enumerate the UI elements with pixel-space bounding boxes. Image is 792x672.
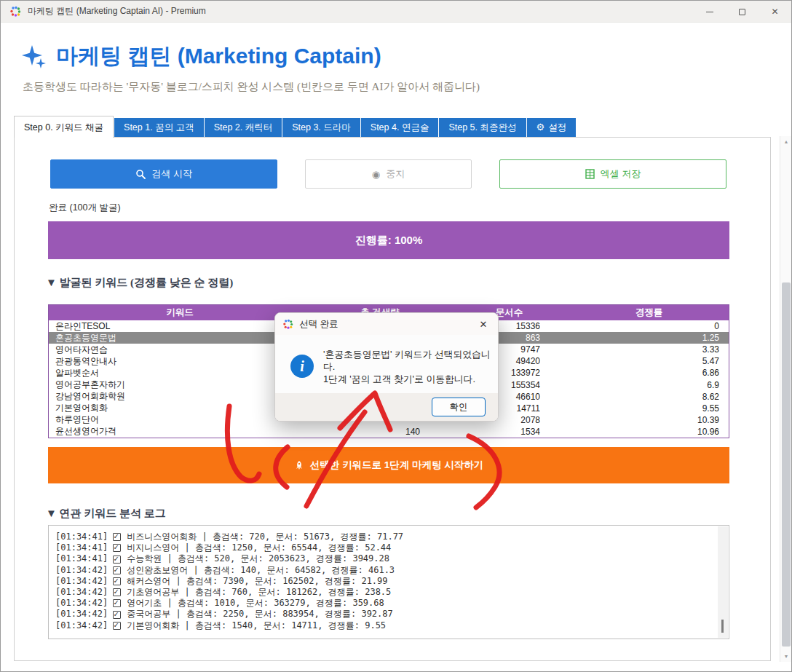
log-timestamp: [01:34:41] xyxy=(55,553,108,564)
log-timestamp: [01:34:42] xyxy=(55,565,108,576)
rocket-icon xyxy=(294,460,304,470)
column-header-ratio[interactable]: 경쟁률 xyxy=(569,307,729,319)
close-icon: ✕ xyxy=(771,7,778,16)
cell-ratio: 8.62 xyxy=(569,392,729,402)
cell-ratio: 9.55 xyxy=(569,403,729,414)
log-text: 비즈니스영어회화 | 총검색: 720, 문서: 51673, 경쟁률: 71.… xyxy=(127,531,403,542)
tab-label: 설정 xyxy=(548,118,566,137)
tab-label: Step 0. 키워드 채굴 xyxy=(24,116,103,138)
toolbar: 검색 시작 ◉ 중지 엑셀 저장 xyxy=(50,159,726,189)
log-box: [01:34:41]비즈니스영어회화 | 총검색: 720, 문서: 51673… xyxy=(48,525,729,639)
cell-ratio: 3.33 xyxy=(569,344,729,355)
checkbox-icon xyxy=(113,588,121,596)
app-icon xyxy=(9,6,21,17)
ok-button[interactable]: 확인 xyxy=(432,398,486,416)
checkbox-icon xyxy=(113,611,121,619)
stop-button[interactable]: ◉ 중지 xyxy=(305,159,471,189)
tab-step-4[interactable]: Step 4. 연금술 xyxy=(361,118,439,137)
selection-complete-dialog: 선택 완료 ✕ i '혼공초등영문법' 키워드가 선택되었습니다. 1단계 '꿈… xyxy=(274,312,499,422)
maximize-button[interactable] xyxy=(726,1,759,23)
tab-step-1[interactable]: Step 1. 꿈의 고객 xyxy=(114,118,204,137)
log-line: [01:34:42]성인왕초보영어 | 총검색: 140, 문서: 64582,… xyxy=(55,565,711,576)
log-text: 수능학원 | 총검색: 520, 문서: 2053623, 경쟁률: 3949.… xyxy=(127,553,389,564)
log-timestamp: [01:34:41] xyxy=(55,531,108,542)
cell-kw: 온라인TESOL xyxy=(49,320,311,333)
log-text: 기초영어공부 | 총검색: 760, 문서: 181262, 경쟁률: 238.… xyxy=(127,587,391,598)
log-scrollbar[interactable] xyxy=(718,526,728,638)
cell-kw: 강남영어회화학원 xyxy=(49,390,311,403)
minimize-button[interactable] xyxy=(693,1,726,23)
cell-ratio: 1.25 xyxy=(569,333,729,343)
log-text: 기본영어회화 | 총검색: 1540, 문서: 14711, 경쟁률: 9.55 xyxy=(127,620,386,631)
excel-save-button[interactable]: 엑셀 저장 xyxy=(499,159,726,189)
cell-sv: 140 xyxy=(311,427,449,437)
cell-kw: 영어공부혼자하기 xyxy=(49,379,311,391)
search-icon xyxy=(135,169,146,179)
close-button[interactable]: ✕ xyxy=(759,1,791,23)
log-line: [01:34:41]비지니스영어 | 총검색: 1250, 문서: 65544,… xyxy=(55,542,711,553)
log-line: [01:34:42]기초영어공부 | 총검색: 760, 문서: 181262,… xyxy=(55,587,711,598)
log-line: [01:34:42]영어기초 | 총검색: 1010, 문서: 363279, … xyxy=(55,598,711,609)
log-timestamp: [01:34:41] xyxy=(55,542,108,553)
tab-step-0[interactable]: Step 0. 키워드 채굴 xyxy=(14,116,114,138)
cell-kw: 혼공초등영문법 xyxy=(49,332,311,344)
checkbox-icon xyxy=(113,599,121,607)
start-marketing-button[interactable]: 선택한 키워드로 1단계 마케팅 시작하기 xyxy=(48,447,729,483)
log-text: 중국어공부 | 총검색: 2250, 문서: 883954, 경쟁률: 392.… xyxy=(127,609,393,620)
window-scrollbar-thumb[interactable] xyxy=(782,282,791,647)
app-window: 마케팅 캡틴 (Marketing Captain AI) - Premium … xyxy=(0,0,792,672)
minimize-icon xyxy=(706,12,713,12)
scroll-up-icon[interactable]: ▲ xyxy=(780,139,792,144)
cell-kw: 윤선생영어가격 xyxy=(49,425,311,438)
tab-label: Step 5. 최종완성 xyxy=(448,118,516,137)
table-row[interactable]: 윤선생영어가격140153410.96 xyxy=(49,426,729,438)
maximize-icon xyxy=(739,9,745,15)
tab-step-3[interactable]: Step 3. 드라마 xyxy=(282,118,360,137)
log-timestamp: [01:34:42] xyxy=(55,620,108,631)
tab-label: Step 2. 캐릭터 xyxy=(214,118,273,137)
info-icon: i xyxy=(290,355,314,378)
checkbox-icon xyxy=(113,622,121,630)
dialog-title: 선택 완료 xyxy=(299,318,476,331)
log-lines: [01:34:41]비즈니스영어회화 | 총검색: 720, 문서: 51673… xyxy=(55,531,711,631)
cell-ratio: 6.9 xyxy=(569,380,729,390)
column-header-keyword[interactable]: 키워드 xyxy=(49,307,311,319)
progress-label: 진행률: 100% xyxy=(355,234,423,248)
log-line: [01:34:42]중국어공부 | 총검색: 2250, 문서: 883954,… xyxy=(55,609,711,620)
scroll-down-icon[interactable]: ▼ xyxy=(780,654,792,659)
cell-kw: 기본영어회화 xyxy=(49,402,311,414)
app-icon xyxy=(282,319,293,330)
log-timestamp: [01:34:42] xyxy=(55,598,108,609)
log-section-title: ▼ 연관 키워드 분석 로그 xyxy=(46,507,166,521)
tab-step-5[interactable]: Step 5. 최종완성 xyxy=(439,118,526,137)
window-scrollbar[interactable]: ▲ ▼ xyxy=(780,136,792,662)
log-line: [01:34:41]수능학원 | 총검색: 520, 문서: 2053623, … xyxy=(55,553,711,564)
cell-ratio: 0 xyxy=(569,321,729,331)
log-text: 성인왕초보영어 | 총검색: 140, 문서: 64582, 경쟁률: 461.… xyxy=(127,565,395,576)
dialog-message-line2: 1단계 '꿈의 고객 찾기'로 이동합니다. xyxy=(323,373,491,385)
gear-icon: ⚙ xyxy=(536,118,545,137)
log-text: 비지니스영어 | 총검색: 1250, 문서: 65544, 경쟁률: 52.4… xyxy=(127,542,391,553)
checkbox-icon xyxy=(113,556,121,564)
search-start-button[interactable]: 검색 시작 xyxy=(50,159,277,189)
dialog-footer: 확인 xyxy=(275,393,498,421)
cell-ratio: 6.86 xyxy=(569,368,729,378)
dialog-close-icon[interactable]: ✕ xyxy=(476,319,491,330)
log-text: 해커스영어 | 총검색: 7390, 문서: 162502, 경쟁률: 21.9… xyxy=(127,576,387,587)
log-text: 영어기초 | 총검색: 1010, 문서: 363279, 경쟁률: 359.6… xyxy=(127,598,384,609)
log-scrollbar-thumb[interactable] xyxy=(721,620,724,633)
tabbar: Step 0. 키워드 채굴Step 1. 꿈의 고객Step 2. 캐릭터St… xyxy=(14,116,577,137)
log-line: [01:34:41]비즈니스영어회화 | 총검색: 720, 문서: 51673… xyxy=(55,531,711,542)
checkbox-icon xyxy=(113,544,121,552)
tab-step-2[interactable]: Step 2. 캐릭터 xyxy=(205,118,282,137)
tab-label: Step 4. 연금술 xyxy=(371,118,429,137)
dialog-message-line1: '혼공초등영문법' 키워드가 선택되었습니다. xyxy=(323,348,491,373)
window-title: 마케팅 캡틴 (Marketing Captain AI) - Premium xyxy=(28,5,206,17)
status-text: 완료 (100개 발굴) xyxy=(49,202,121,214)
tab-step-6[interactable]: ⚙설정 xyxy=(527,118,577,137)
tab-label: Step 1. 꿈의 고객 xyxy=(124,118,194,137)
cell-kw: 알파벳순서 xyxy=(49,367,311,379)
cell-kw: 관광통역안내사 xyxy=(49,355,311,368)
log-line: [01:34:42]기본영어회화 | 총검색: 1540, 문서: 14711,… xyxy=(55,620,711,631)
page-title: 마케팅 캡틴 (Marketing Captain) xyxy=(56,41,381,71)
